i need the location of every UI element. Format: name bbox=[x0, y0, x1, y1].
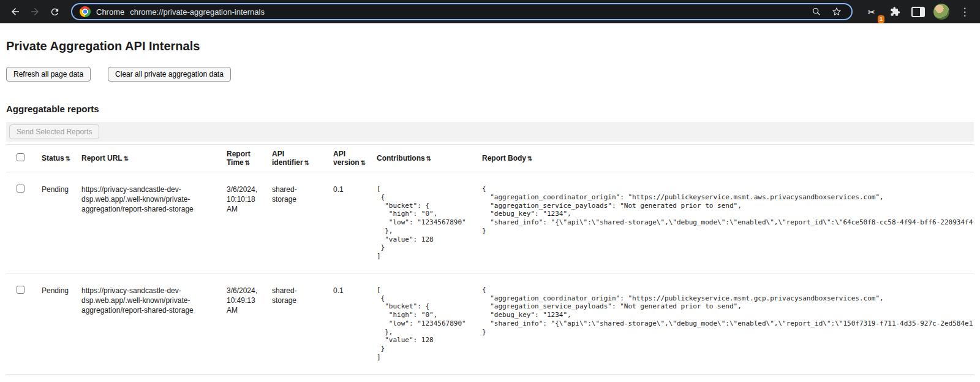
report-time-cell: 3/6/2024, 10:49:13 AM bbox=[221, 273, 266, 374]
side-panel-icon[interactable] bbox=[909, 2, 927, 21]
section-title: Aggregatable reports bbox=[6, 104, 974, 114]
row-checkbox[interactable] bbox=[17, 185, 24, 193]
col-label: API version bbox=[333, 150, 360, 167]
sort-icon: ⇅ bbox=[527, 155, 532, 162]
page-title: Private Aggregation API Internals bbox=[6, 39, 974, 53]
col-header-status[interactable]: Status⇅ bbox=[36, 145, 75, 172]
toolbar-right-icons: ✂ 1 ⋮ bbox=[860, 2, 974, 21]
omnibox-url-text[interactable]: chrome://private-aggregation-internals bbox=[130, 7, 265, 17]
col-label: Report URL bbox=[81, 154, 123, 162]
menu-kebab-icon[interactable]: ⋮ bbox=[956, 2, 974, 21]
page-content: Private Aggregation API Internals Refres… bbox=[0, 39, 980, 375]
report-url-cell: https://privacy-sandcastle-dev-dsp.web.a… bbox=[75, 172, 221, 273]
col-label: API identifier bbox=[272, 150, 303, 167]
search-icon[interactable] bbox=[809, 4, 824, 19]
col-label: Report Body bbox=[482, 154, 526, 162]
contributions-json: [ { "bucket": { "high": "0", "low": "123… bbox=[377, 185, 470, 261]
sort-icon: ⇅ bbox=[304, 159, 309, 166]
back-icon[interactable] bbox=[6, 2, 24, 21]
api-version-cell: 0.1 bbox=[327, 172, 371, 273]
profile-avatar[interactable] bbox=[932, 2, 951, 21]
col-label: Contributions bbox=[377, 154, 425, 162]
api-identifier-cell: shared-storage bbox=[266, 273, 327, 374]
report-url-cell: https://privacy-sandcastle-dev-dsp.web.a… bbox=[75, 273, 221, 374]
header-checkbox-cell bbox=[6, 145, 36, 172]
bookmark-star-icon[interactable] bbox=[829, 4, 844, 19]
row-checkbox-cell bbox=[6, 273, 36, 374]
status-cell: Pending bbox=[36, 273, 75, 374]
report-body-cell: { "aggregation_coordinator_origin": "htt… bbox=[476, 273, 974, 374]
report-body-json: { "aggregation_coordinator_origin": "htt… bbox=[482, 185, 968, 235]
col-header-contributions[interactable]: Contributions⇅ bbox=[371, 145, 476, 172]
row-checkbox-cell bbox=[6, 172, 36, 273]
extension-badge: 1 bbox=[878, 15, 884, 23]
api-version-cell: 0.1 bbox=[327, 273, 371, 374]
send-selected-button[interactable]: Send Selected Reports bbox=[9, 124, 99, 139]
browser-toolbar: Chrome chrome://private-aggregation-inte… bbox=[0, 0, 980, 23]
sort-icon: ⇅ bbox=[245, 159, 250, 166]
table-row: Pending https://privacy-sandcastle-dev-d… bbox=[6, 273, 974, 374]
omnibox[interactable]: Chrome chrome://private-aggregation-inte… bbox=[71, 3, 853, 20]
col-header-report-body[interactable]: Report Body⇅ bbox=[476, 145, 974, 172]
sort-icon: ⇅ bbox=[124, 155, 129, 162]
col-label: Status bbox=[42, 154, 64, 162]
report-time-cell: 3/6/2024, 10:10:18 AM bbox=[221, 172, 266, 273]
forward-icon[interactable] bbox=[26, 2, 44, 21]
table-row: Pending https://privacy-sandcastle-dev-d… bbox=[6, 172, 974, 273]
api-identifier-cell: shared-storage bbox=[266, 172, 327, 273]
row-checkbox[interactable] bbox=[17, 286, 24, 294]
reports-toolbar: Send Selected Reports bbox=[6, 122, 974, 142]
contributions-json: [ { "bucket": { "high": "0", "low": "123… bbox=[377, 286, 470, 362]
sort-icon: ⇅ bbox=[426, 155, 431, 162]
report-body-json: { "aggregation_coordinator_origin": "htt… bbox=[482, 286, 968, 337]
col-header-report-time[interactable]: Report Time⇅ bbox=[221, 145, 266, 172]
contributions-cell: [ { "bucket": { "high": "0", "low": "123… bbox=[371, 172, 476, 273]
sort-icon: ⇅ bbox=[66, 155, 70, 162]
status-cell: Pending bbox=[36, 172, 75, 273]
clear-all-button[interactable]: Clear all private aggregation data bbox=[108, 67, 231, 82]
col-header-api-version[interactable]: API version⇅ bbox=[327, 145, 371, 172]
contributions-cell: [ { "bucket": { "high": "0", "low": "123… bbox=[371, 273, 476, 374]
refresh-all-button[interactable]: Refresh all page data bbox=[6, 67, 91, 82]
report-body-cell: { "aggregation_coordinator_origin": "htt… bbox=[476, 172, 974, 273]
select-all-checkbox[interactable] bbox=[17, 153, 24, 161]
aggregatable-reports-table: Status⇅ Report URL⇅ Report Time⇅ API ide… bbox=[6, 144, 974, 375]
extensions-puzzle-icon[interactable] bbox=[886, 2, 904, 21]
sort-icon: ⇅ bbox=[361, 159, 366, 166]
reload-icon[interactable] bbox=[45, 2, 64, 21]
col-header-report-url[interactable]: Report URL⇅ bbox=[75, 145, 221, 172]
omnibox-site-chip: Chrome bbox=[96, 7, 124, 17]
chrome-logo-icon bbox=[80, 6, 91, 17]
col-header-api-identifier[interactable]: API identifier⇅ bbox=[266, 145, 327, 172]
table-header-row: Status⇅ Report URL⇅ Report Time⇅ API ide… bbox=[6, 145, 974, 172]
pinned-extension-icon[interactable]: ✂ 1 bbox=[862, 2, 881, 21]
page-actions: Refresh all page data Clear all private … bbox=[6, 67, 974, 82]
